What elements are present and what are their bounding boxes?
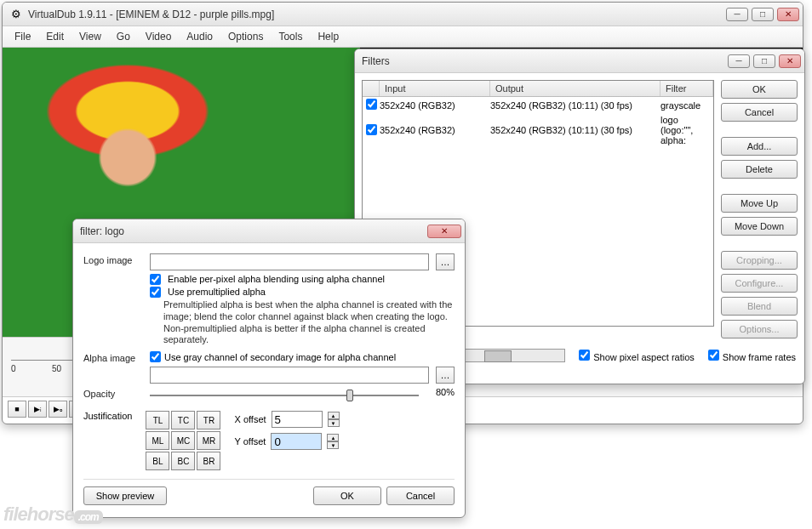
movedown-button[interactable]: Move Down <box>721 217 798 236</box>
col-output[interactable]: Output <box>490 81 660 96</box>
logo-cancel-button[interactable]: Cancel <box>386 486 455 505</box>
minimize-button[interactable]: ─ <box>726 8 748 21</box>
menu-options[interactable]: Options <box>221 29 270 44</box>
just-bc[interactable]: BC <box>171 452 195 470</box>
logo-image-input[interactable] <box>150 253 429 270</box>
cancel-button[interactable]: Cancel <box>721 103 798 122</box>
justification-grid: TL TC TR ML MC MR BL BC BR <box>146 411 220 470</box>
xoff-up[interactable]: ▲ <box>328 412 340 419</box>
yoff-up[interactable]: ▲ <box>327 434 339 441</box>
show-preview-button[interactable]: Show preview <box>83 486 167 505</box>
just-mc[interactable]: MC <box>171 431 195 450</box>
ok-button[interactable]: OK <box>721 80 798 99</box>
menu-tools[interactable]: Tools <box>272 29 309 44</box>
filters-close-button[interactable]: ✕ <box>779 54 801 68</box>
opacity-value: 80% <box>426 387 455 397</box>
menu-view[interactable]: View <box>72 29 108 44</box>
menubar: File Edit View Go Video Audio Options To… <box>3 26 803 48</box>
filters-titlebar: Filters ─ □ ✕ <box>355 49 804 73</box>
filters-title: Filters <box>362 55 728 67</box>
filter-enable-checkbox[interactable] <box>366 99 377 110</box>
play-in-button[interactable]: ▶ᵢ <box>28 401 47 418</box>
delete-button[interactable]: Delete <box>721 160 798 179</box>
filters-minimize-button[interactable]: ─ <box>728 54 750 68</box>
xoffset-label: X offset <box>234 414 266 424</box>
just-br[interactable]: BR <box>197 452 220 470</box>
logo-title: filter: logo <box>80 225 427 237</box>
show-fps-checkbox[interactable]: Show frame rates <box>708 350 796 362</box>
close-button[interactable]: ✕ <box>777 8 799 21</box>
logo-close-button[interactable]: ✕ <box>427 225 461 238</box>
just-mr[interactable]: MR <box>197 431 220 450</box>
menu-video[interactable]: Video <box>139 29 178 44</box>
alpha-image-input[interactable] <box>150 367 429 384</box>
enable-alpha-checkbox[interactable] <box>150 274 161 285</box>
yoffset-input[interactable] <box>271 433 322 450</box>
main-title: VirtualDub 1.9.11 - [EMINEM & D12 - purp… <box>28 9 726 20</box>
justification-label: Justification <box>83 411 132 421</box>
logo-image-label: Logo image <box>83 253 143 265</box>
filters-maximize-button[interactable]: □ <box>753 54 775 68</box>
just-tl[interactable]: TL <box>146 411 169 429</box>
tick: 0 <box>11 364 16 373</box>
opacity-label: Opacity <box>83 387 143 399</box>
col-input[interactable]: Input <box>380 81 490 96</box>
premul-alpha-checkbox[interactable] <box>150 287 161 298</box>
menu-help[interactable]: Help <box>311 29 346 44</box>
filter-enable-checkbox[interactable] <box>366 124 377 135</box>
app-icon: ⚙ <box>9 8 23 21</box>
just-ml[interactable]: ML <box>146 431 169 450</box>
logo-ok-button[interactable]: OK <box>313 486 381 505</box>
window-controls: ─ □ ✕ <box>726 8 799 21</box>
cropping-button[interactable]: Cropping... <box>721 251 798 270</box>
show-aspect-checkbox[interactable]: Show pixel aspect ratios <box>579 350 695 362</box>
logo-filter-dialog: filter: logo ✕ Logo image … Enable per-p… <box>72 219 466 518</box>
menu-file[interactable]: File <box>8 29 37 44</box>
maximize-button[interactable]: □ <box>752 8 774 21</box>
col-filter[interactable]: Filter <box>660 81 713 96</box>
menu-edit[interactable]: Edit <box>39 29 71 44</box>
graych-checkbox[interactable] <box>150 351 161 362</box>
filter-row[interactable]: 352x240 (RGB32) 352x240 (RGB32) (10:11) … <box>363 97 713 113</box>
logo-titlebar: filter: logo ✕ <box>73 219 465 243</box>
filters-button-column: OK Cancel Add... Delete Move Up Move Dow… <box>721 80 798 338</box>
alpha-image-label: Alpha image <box>83 351 143 363</box>
tick: 50 <box>52 364 61 373</box>
just-tc[interactable]: TC <box>171 411 195 429</box>
watermark: filehorse.com <box>3 503 103 526</box>
play-out-button[interactable]: ▶ₒ <box>49 401 67 418</box>
add-button[interactable]: Add... <box>721 137 798 156</box>
options-button[interactable]: Options... <box>721 320 798 338</box>
just-tr[interactable]: TR <box>197 411 220 429</box>
logo-browse-button[interactable]: … <box>436 253 455 270</box>
moveup-button[interactable]: Move Up <box>721 194 798 213</box>
main-titlebar: ⚙ VirtualDub 1.9.11 - [EMINEM & D12 - pu… <box>3 3 803 26</box>
alpha-browse-button[interactable]: … <box>436 367 455 384</box>
premul-description: Premultiplied alpha is best when the alp… <box>163 299 453 346</box>
menu-audio[interactable]: Audio <box>180 29 220 44</box>
blend-button[interactable]: Blend <box>721 297 798 316</box>
filter-list-header: Input Output Filter <box>363 81 713 97</box>
xoffset-input[interactable] <box>272 411 323 428</box>
filter-row[interactable]: 352x240 (RGB32) 352x240 (RGB32) (10:11) … <box>363 113 713 147</box>
just-bl[interactable]: BL <box>146 452 169 470</box>
configure-button[interactable]: Configure... <box>721 274 798 293</box>
opacity-slider[interactable] <box>150 387 419 404</box>
xoff-down[interactable]: ▼ <box>328 419 340 427</box>
yoff-down[interactable]: ▼ <box>327 441 339 449</box>
stop-button[interactable]: ■ <box>8 401 26 418</box>
menu-go[interactable]: Go <box>110 29 137 44</box>
yoffset-label: Y offset <box>234 436 266 447</box>
